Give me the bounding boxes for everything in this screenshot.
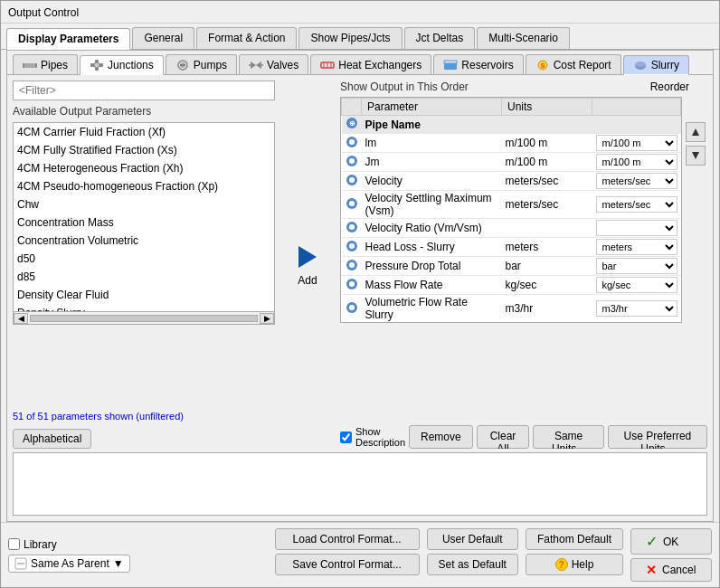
row-param-cell[interactable]: Pipe Name [362,116,502,134]
show-description-area: ShowDescription [340,426,405,448]
list-item[interactable]: 4CM Heterogeneous Fraction (Xh) [14,159,274,177]
list-item[interactable]: Concentration Volumetric [14,232,274,250]
list-item[interactable]: 4CM Carrier Fluid Fraction (Xf) [14,123,274,141]
units-select[interactable]: meters [596,239,677,255]
units-select[interactable]: m/100 m [596,154,677,170]
row-dropdown-cell[interactable]: m3/hr [592,295,681,323]
row-dropdown-cell[interactable]: m/100 m [592,153,681,172]
row-param-cell[interactable]: Velocity Ratio (Vm/Vsm) [362,219,502,238]
show-description-checkbox[interactable] [340,432,352,443]
table-row[interactable]: Velocity Ratio (Vm/Vsm) [342,219,681,238]
table-row[interactable]: Head Loss - Slurry meters meters [342,238,681,257]
tab-general[interactable]: General [132,27,194,49]
tab-cost-report[interactable]: $ Cost Report [526,54,621,74]
row-param-cell[interactable]: lm - lw / Sm - Sw [362,323,502,324]
tab-display-parameters[interactable]: Display Parameters [6,28,130,50]
tab-valves[interactable]: Valves [239,54,308,74]
scroll-right-arrow[interactable]: ▶ [260,313,274,324]
fathom-default-button[interactable]: Fathom Default [526,528,623,550]
units-select[interactable]: meters/sec [596,173,677,189]
list-item[interactable]: 4CM Pseudo-homogeneous Fraction (Xp) [14,177,274,195]
list-item[interactable]: d50 [14,250,274,268]
left-panel: Available Output Parameters 4CM Carrier … [13,81,275,449]
cancel-button[interactable]: ✕ Cancel [630,558,712,582]
units-select[interactable]: m3/hr [596,300,677,317]
table-row[interactable]: Velocity meters/sec meters/sec [342,172,681,191]
load-control-button[interactable]: Load Control Format... [275,528,420,550]
row-param-cell[interactable]: Pressure Drop Total [362,257,502,276]
up-arrow-icon [691,128,700,137]
tab-jct-deltas[interactable]: Jct Deltas [404,27,476,49]
list-item[interactable]: Concentration Mass [14,213,274,232]
available-params-list[interactable]: 4CM Carrier Fluid Fraction (Xf) 4CM Full… [13,122,275,312]
save-control-button[interactable]: Save Control Format... [275,554,420,575]
user-default-button[interactable]: User Default [427,528,518,550]
same-as-parent-dropdown[interactable]: Same As Parent ▼ [8,555,130,573]
add-button[interactable]: Add [298,274,317,287]
tab-pipes[interactable]: Pipes [13,54,78,74]
row-param-cell[interactable]: Velocity Settling Maximum (Vsm) [362,191,502,219]
table-row[interactable]: Jm m/100 m m/100 m [342,153,681,172]
tab-format-action[interactable]: Format & Action [196,27,297,49]
same-units-button[interactable]: Same Units... [533,425,604,449]
units-select[interactable]: kg/sec [596,277,677,293]
svg-point-27 [349,158,355,164]
row-param-cell[interactable]: Volumetric Flow Rate Slurry [362,295,502,323]
list-item[interactable]: Density Slurry [14,304,274,312]
scroll-left-arrow[interactable]: ◀ [14,313,28,324]
row-param-cell[interactable]: Mass Flow Rate [362,276,502,295]
alphabetical-button[interactable]: Alphabetical [13,429,91,449]
reservoirs-icon [443,59,458,71]
row-icon-cell [342,153,362,172]
ok-button[interactable]: ✓ OK [630,528,712,555]
library-checkbox-area: Library [8,538,130,551]
same-as-parent-dropdown-arrow: ▼ [113,557,124,570]
table-row[interactable]: Velocity Settling Maximum (Vsm) meters/s… [342,191,681,219]
table-row[interactable]: Mass Flow Rate kg/sec kg/sec [342,276,681,295]
table-row[interactable]: lm m/100 m m/100 m [342,134,681,153]
table-row[interactable]: lm - lw / Sm - Sw [342,323,681,324]
row-dropdown-cell[interactable]: meters/sec [592,191,681,219]
tab-show-pipes-jcts[interactable]: Show Pipes/Jcts [298,27,402,49]
row-dropdown-cell[interactable]: kg/sec [592,276,681,295]
units-select[interactable] [596,220,677,236]
row-dropdown-cell[interactable]: meters [592,238,681,257]
footer-right: Load Control Format... Save Control Form… [275,528,712,582]
help-button[interactable]: ? Help [526,554,623,575]
units-select[interactable]: m/100 m [596,135,677,151]
list-item[interactable]: Chw [14,195,274,213]
reorder-down-button[interactable] [686,146,706,166]
units-select[interactable]: meters/sec [596,196,677,213]
tab-slurry[interactable]: Slurry [623,55,689,75]
list-item[interactable]: d85 [14,268,274,286]
units-select[interactable]: bar [596,258,677,274]
tab-junctions[interactable]: Junctions [80,55,164,75]
remove-button[interactable]: Remove [409,425,473,449]
row-dropdown-cell[interactable]: meters/sec [592,172,681,191]
table-row[interactable]: Volumetric Flow Rate Slurry m3/hr m3/hr [342,295,681,323]
horizontal-scrollbar[interactable]: ◀ ▶ [13,312,275,325]
row-param-cell[interactable]: Jm [362,153,502,172]
tab-heat-exchangers[interactable]: Heat Exchangers [310,54,431,74]
library-checkbox[interactable] [8,538,20,550]
add-arrow-button[interactable] [291,243,324,270]
row-param-cell[interactable]: lm [362,134,502,153]
row-param-cell[interactable]: Head Loss - Slurry [362,238,502,257]
row-dropdown-cell[interactable] [592,219,681,238]
list-item[interactable]: Density Clear Fluid [14,286,274,304]
use-preferred-units-button[interactable]: Use Preferred Units... [608,425,707,449]
row-dropdown-cell[interactable]: bar [592,257,681,276]
output-table-wrapper: Parameter Units ⊕ Pipe Name [340,97,682,323]
tab-reservoirs[interactable]: Reservoirs [433,54,523,74]
table-row[interactable]: Pressure Drop Total bar bar [342,257,681,276]
reorder-up-button[interactable] [686,122,706,142]
clear-all-button[interactable]: Clear All [477,425,530,449]
row-param-cell[interactable]: Velocity [362,172,502,191]
list-item[interactable]: 4CM Fully Stratified Fraction (Xs) [14,141,274,159]
table-row[interactable]: ⊕ Pipe Name [342,116,681,134]
tab-multi-scenario[interactable]: Multi-Scenario [477,27,570,49]
row-dropdown-cell[interactable]: m/100 m [592,134,681,153]
filter-input[interactable] [13,81,275,100]
set-as-default-button[interactable]: Set as Default [427,554,518,575]
tab-pumps[interactable]: Pumps [166,54,237,74]
